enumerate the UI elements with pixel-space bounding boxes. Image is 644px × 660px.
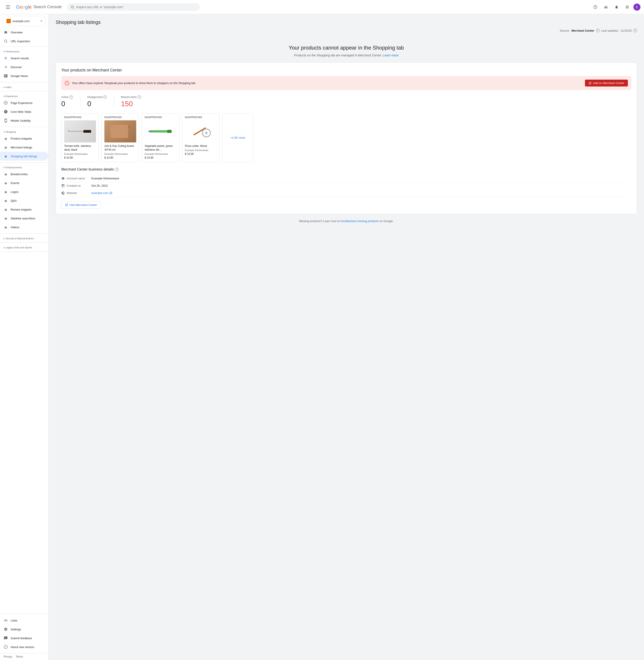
disapproved-info-icon[interactable]: ? xyxy=(103,95,107,99)
svg-point-22 xyxy=(205,132,208,134)
sidebar-item-logos[interactable]: ◈ Logos xyxy=(0,187,48,196)
collapse-arrow-performance: ▾ xyxy=(3,50,5,53)
business-details-title: Merchant Center business details ? xyxy=(61,167,631,172)
hamburger-button[interactable] xyxy=(3,3,13,12)
sidebar-item-url-inspection[interactable]: URL inspection xyxy=(0,37,48,46)
section-label-experience[interactable]: ▾ Experience xyxy=(0,93,48,98)
svg-rect-19 xyxy=(148,131,152,132)
hero-heading: Your products cannot appear in the Shopp… xyxy=(56,45,637,51)
sidebar-item-settings[interactable]: Settings xyxy=(0,625,48,634)
section-experience: ▾ Experience Page Experience Core Web Vi… xyxy=(0,92,48,126)
section-label-legacy[interactable]: ▸ Legacy tools and reports xyxy=(0,244,48,250)
apps-button[interactable] xyxy=(623,3,631,12)
section-label-shopping[interactable]: ▾ Shopping xyxy=(0,129,48,134)
sidebar-item-events[interactable]: ◈ Events xyxy=(0,179,48,187)
business-info-icon[interactable]: ? xyxy=(115,168,118,171)
sidebar-item-about-new-version[interactable]: About new version xyxy=(0,642,48,652)
avatar[interactable]: E xyxy=(634,3,641,10)
source-info-icon[interactable]: ? xyxy=(596,29,600,32)
nav-divider-5 xyxy=(0,162,48,163)
shopping-tab-icon: ◈ xyxy=(3,154,8,158)
stat-missed-clicks-value: 150 xyxy=(121,100,141,108)
product-card-2[interactable]: DISAPPROVED Vegetable peeler, green, sta… xyxy=(142,113,179,162)
sidebar-item-core-web-vitals[interactable]: Core Web Vitals xyxy=(0,107,48,116)
sidebar-item-submit-feedback[interactable]: Submit feedback xyxy=(0,634,48,642)
sidebar-item-merchant-listings[interactable]: ◈ Merchant listings xyxy=(0,143,48,152)
svg-line-5 xyxy=(6,42,7,43)
sidebar-item-qa[interactable]: ◈ Q&A xyxy=(0,196,48,205)
sidebar-item-google-news[interactable]: Google News xyxy=(0,71,48,80)
alert-banner: ! Your offers have expired. Reupload you… xyxy=(61,76,631,90)
topbar: Google Search Console xyxy=(0,0,644,14)
sidebar-item-videos[interactable]: ◈ Videos xyxy=(0,223,48,232)
layout: example.com ▾ Overview URL inspection ▾ … xyxy=(0,14,644,660)
add-on-merchant-center-button[interactable]: Add on Merchant Center xyxy=(585,79,628,87)
product-badge-1: DISAPPROVED xyxy=(105,116,136,118)
search-input[interactable] xyxy=(76,5,196,9)
website-link[interactable]: example.com xyxy=(91,191,108,195)
business-label-account: Account name xyxy=(61,177,88,180)
search-bar[interactable] xyxy=(67,3,200,11)
section-label-index[interactable]: ▸ Index xyxy=(0,84,48,89)
active-info-icon[interactable]: ? xyxy=(69,95,73,99)
help-button[interactable] xyxy=(591,3,600,12)
sidebar-item-search-results[interactable]: G Search results xyxy=(0,54,48,63)
qa-icon: ◈ xyxy=(3,198,8,203)
property-icon xyxy=(6,19,11,23)
property-selector[interactable]: example.com ▾ xyxy=(3,16,46,26)
sidebar-item-breadcrumbs[interactable]: ◈ Breadcrumbs xyxy=(0,169,48,179)
product-card-0[interactable]: DISAPPROVED Tomato knife, stainless stea… xyxy=(61,113,99,162)
section-label-enhancements[interactable]: ▾ Enhancements xyxy=(0,164,48,169)
stats-row: Active ? 0 Disapproved ? 0 Missed xyxy=(61,95,631,108)
learn-more-link[interactable]: Learn more xyxy=(383,53,399,57)
hero-section: Your products cannot appear in the Shopp… xyxy=(56,38,637,62)
product-card-1[interactable]: DISAPPROVED As xyxy=(101,113,139,162)
svg-rect-13 xyxy=(83,130,91,133)
breadcrumbs-icon: ◈ xyxy=(3,172,8,176)
sidebar-item-review-snippets[interactable]: ◈ Review snippets xyxy=(0,205,48,214)
stat-active-label: Active ? xyxy=(61,95,73,99)
settings-icon xyxy=(3,627,8,632)
privacy-link[interactable]: Privacy xyxy=(3,655,12,658)
visit-merchant-center-button[interactable]: Visit Merchant Center xyxy=(61,201,101,209)
google-logo: Google xyxy=(16,4,32,10)
sidebar-item-sitelinks-searchbox[interactable]: ◈ Sitelinks searchbox xyxy=(0,214,48,223)
missed-clicks-info-icon[interactable]: ? xyxy=(138,95,141,99)
sidebar-item-links[interactable]: Links xyxy=(0,616,48,625)
collapse-arrow-index: ▸ xyxy=(3,86,5,89)
section-label-performance[interactable]: ▾ Performance xyxy=(0,48,48,54)
sidebar-item-overview[interactable]: Overview xyxy=(0,28,48,37)
external-link-icon xyxy=(589,82,592,85)
sidebar-item-page-experience[interactable]: Page Experience xyxy=(0,98,48,107)
nav-divider-3 xyxy=(0,91,48,91)
people-button[interactable] xyxy=(601,3,611,12)
terms-link[interactable]: Terms xyxy=(16,655,23,658)
sidebar-item-mobile-usability[interactable]: Mobile Usability xyxy=(0,116,48,125)
product-shop-1: Example Kitchenware xyxy=(105,153,136,155)
collapse-arrow-security: ▸ xyxy=(3,237,5,240)
svg-rect-15 xyxy=(110,125,128,138)
merchant-listings-icon: ◈ xyxy=(3,145,8,150)
stat-disapproved: Disapproved ? 0 xyxy=(87,95,107,108)
section-label-security[interactable]: ▸ Security & Manual Actions xyxy=(0,235,48,241)
sidebar-item-shopping-tab-listings[interactable]: ◈ Shopping tab listings xyxy=(0,152,48,161)
sidebar-item-product-snippets[interactable]: ◈ Product snippets xyxy=(0,134,48,143)
notifications-button[interactable] xyxy=(612,3,621,12)
product-more-card[interactable]: +1.5K more xyxy=(222,113,253,162)
product-card-3[interactable]: DISAPPROVED Pizza cutter, Wood Example K… xyxy=(182,113,220,162)
logos-icon: ◈ xyxy=(3,189,8,194)
people-icon xyxy=(604,5,608,9)
product-badge-2: DISAPPROVED xyxy=(145,116,177,118)
stat-active-value: 0 xyxy=(61,100,73,108)
section-index: ▸ Index xyxy=(0,83,48,90)
sidebar-item-discover[interactable]: ✳ Discover xyxy=(0,63,48,71)
meta-row: Source: Merchant Center ? Last updated: … xyxy=(56,29,637,32)
topbar-right: E xyxy=(591,3,641,12)
troubleshoot-link[interactable]: troubleshoot missing products xyxy=(341,220,379,223)
last-updated-info-icon[interactable]: ? xyxy=(634,29,637,32)
svg-point-16 xyxy=(128,126,130,128)
business-row-account: Account name Example Kitchenware xyxy=(61,175,631,182)
svg-point-0 xyxy=(71,6,73,8)
mobile-icon xyxy=(3,118,8,123)
business-row-created: Created on Oct 25, 2022 xyxy=(61,182,631,189)
